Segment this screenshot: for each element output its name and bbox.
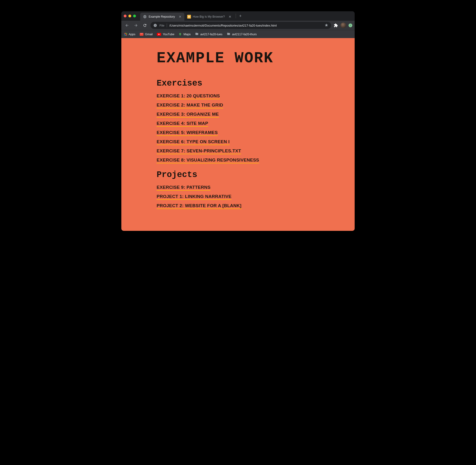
new-tab-button[interactable]: + bbox=[237, 13, 244, 20]
bookmark-folder-1[interactable]: avt217-fa20-tues bbox=[195, 32, 222, 36]
youtube-icon bbox=[157, 33, 161, 36]
browser-window: Example Repository ✕ H How Big Is My Bro… bbox=[121, 11, 355, 231]
section-heading-exercises: Exercises bbox=[157, 79, 319, 88]
bookmark-label: Apps bbox=[129, 33, 135, 36]
address-bar[interactable]: File /Users/michaelmcdermott/Documents/R… bbox=[151, 22, 331, 29]
url-path: /Users/michaelmcdermott/Documents/Reposi… bbox=[169, 24, 322, 27]
page-content: EXAMPLE WORK Exercises EXERCISE 1: 20 QU… bbox=[121, 38, 355, 231]
forward-button[interactable] bbox=[133, 22, 139, 29]
bookmark-gmail[interactable]: Gmail bbox=[140, 33, 153, 36]
tab-title: How Big Is My Browser? bbox=[193, 15, 225, 18]
browser-tab-1[interactable]: Example Repository ✕ bbox=[140, 13, 184, 21]
extensions-icon[interactable] bbox=[334, 23, 338, 28]
exercise-link[interactable]: EXERCISE 7: SEVEN-PRINCIPLES.TXT bbox=[157, 148, 241, 154]
bookmark-star-icon[interactable] bbox=[325, 23, 328, 28]
tab-bar: Example Repository ✕ H How Big Is My Bro… bbox=[121, 11, 355, 21]
bookmark-label: avt217-fa20-tues bbox=[200, 33, 222, 36]
close-window-button[interactable] bbox=[124, 15, 127, 17]
tab-divider bbox=[236, 14, 236, 18]
browser-tab-2[interactable]: H How Big Is My Browser? ✕ bbox=[184, 13, 234, 21]
page-title: EXAMPLE WORK bbox=[157, 50, 319, 67]
folder-icon bbox=[195, 32, 199, 36]
bookmark-label: Maps bbox=[184, 33, 191, 36]
project-link[interactable]: PROJECT 2: WEBSITE FOR A [BLANK] bbox=[157, 203, 241, 209]
profile-avatar[interactable] bbox=[341, 22, 346, 28]
exercise-link[interactable]: EXERCISE 4: SITE MAP bbox=[157, 121, 208, 127]
gmail-icon bbox=[140, 33, 143, 36]
bookmarks-bar: Apps Gmail YouTube Maps avt217-fa20-tues bbox=[121, 30, 355, 38]
bookmark-apps[interactable]: Apps bbox=[124, 33, 135, 36]
exercise-link[interactable]: EXERCISE 1: 20 QUESTIONS bbox=[157, 93, 220, 99]
project-link[interactable]: EXERCISE 9: PATTERNS bbox=[157, 185, 210, 191]
close-tab-icon[interactable]: ✕ bbox=[179, 15, 182, 19]
exercise-link[interactable]: EXERCISE 6: TYPE ON SCREEN I bbox=[157, 139, 229, 145]
bookmark-maps[interactable]: Maps bbox=[178, 32, 191, 36]
exercise-link[interactable]: EXERCISE 5: WIREFRAMES bbox=[157, 130, 218, 136]
site-info-icon[interactable] bbox=[153, 23, 157, 27]
bookmark-label: Gmail bbox=[145, 33, 153, 36]
apps-grid-icon bbox=[124, 33, 127, 36]
project-link[interactable]: PROJECT 1: LINKING NARRATIVE bbox=[157, 194, 231, 200]
bookmark-youtube[interactable]: YouTube bbox=[157, 33, 174, 36]
svg-point-0 bbox=[180, 33, 181, 34]
exercise-link[interactable]: EXERCISE 2: MAKE THE GRID bbox=[157, 103, 223, 108]
back-button[interactable] bbox=[124, 22, 130, 29]
bookmark-label: YouTube bbox=[163, 33, 174, 36]
folder-icon bbox=[227, 32, 230, 36]
exercise-link[interactable]: EXERCISE 3: ORGANIZE ME bbox=[157, 112, 219, 117]
toolbar: File /Users/michaelmcdermott/Documents/R… bbox=[121, 21, 355, 30]
reload-button[interactable] bbox=[141, 22, 148, 29]
minimize-window-button[interactable] bbox=[128, 15, 131, 17]
url-divider bbox=[167, 23, 167, 27]
section-heading-projects: Projects bbox=[157, 170, 319, 180]
url-scheme: File bbox=[160, 24, 164, 27]
update-indicator-icon[interactable]: ↑ bbox=[348, 23, 352, 27]
bookmark-label: avt2117-fa20-thurs bbox=[232, 33, 257, 36]
globe-icon bbox=[143, 15, 147, 19]
maps-pin-icon bbox=[178, 32, 182, 36]
close-tab-icon[interactable]: ✕ bbox=[229, 15, 231, 19]
window-controls bbox=[124, 15, 136, 17]
maximize-window-button[interactable] bbox=[133, 15, 136, 17]
tab-title: Example Repository bbox=[149, 15, 175, 18]
h-favicon-icon: H bbox=[187, 15, 191, 19]
bookmark-folder-2[interactable]: avt2117-fa20-thurs bbox=[227, 32, 257, 36]
exercise-link[interactable]: EXERCISE 8: VISUALIZING RESPONSIVENESS bbox=[157, 158, 259, 163]
